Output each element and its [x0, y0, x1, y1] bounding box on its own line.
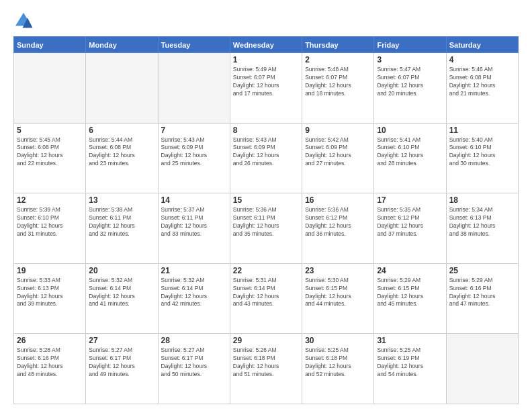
logo [13, 11, 36, 31]
day-info: Sunrise: 5:28 AM Sunset: 6:16 PM Dayligh… [17, 347, 83, 379]
calendar-cell: 24Sunrise: 5:29 AM Sunset: 6:15 PM Dayli… [374, 263, 446, 334]
day-info: Sunrise: 5:41 AM Sunset: 6:10 PM Dayligh… [377, 136, 443, 169]
day-number: 4 [449, 55, 515, 64]
week-row-0: 1Sunrise: 5:49 AM Sunset: 6:07 PM Daylig… [14, 53, 519, 124]
day-info: Sunrise: 5:29 AM Sunset: 6:15 PM Dayligh… [377, 277, 443, 309]
calendar-cell: 12Sunrise: 5:39 AM Sunset: 6:10 PM Dayli… [14, 193, 86, 264]
calendar-cell: 21Sunrise: 5:32 AM Sunset: 6:14 PM Dayli… [158, 263, 230, 334]
calendar-cell: 3Sunrise: 5:47 AM Sunset: 6:07 PM Daylig… [374, 53, 446, 124]
day-number: 21 [161, 266, 227, 275]
calendar-cell: 10Sunrise: 5:41 AM Sunset: 6:10 PM Dayli… [374, 123, 446, 193]
calendar-cell: 9Sunrise: 5:42 AM Sunset: 6:09 PM Daylig… [302, 123, 374, 193]
day-info: Sunrise: 5:43 AM Sunset: 6:09 PM Dayligh… [233, 136, 299, 169]
day-number: 17 [377, 195, 443, 205]
weekday-header-thursday: Thursday [302, 37, 374, 53]
header [13, 11, 519, 31]
week-row-1: 5Sunrise: 5:45 AM Sunset: 6:08 PM Daylig… [14, 123, 519, 193]
day-number: 1 [233, 55, 299, 64]
day-number: 8 [233, 126, 299, 135]
calendar-cell: 27Sunrise: 5:27 AM Sunset: 6:17 PM Dayli… [86, 334, 158, 404]
week-row-2: 12Sunrise: 5:39 AM Sunset: 6:10 PM Dayli… [14, 193, 519, 264]
day-number: 25 [449, 266, 515, 275]
calendar-cell: 29Sunrise: 5:26 AM Sunset: 6:18 PM Dayli… [230, 334, 302, 404]
calendar-cell [446, 334, 518, 404]
day-number: 16 [305, 195, 371, 205]
calendar-cell: 31Sunrise: 5:25 AM Sunset: 6:19 PM Dayli… [374, 334, 446, 404]
day-number: 14 [161, 195, 227, 205]
calendar-cell: 2Sunrise: 5:48 AM Sunset: 6:07 PM Daylig… [302, 53, 374, 124]
calendar-cell: 1Sunrise: 5:49 AM Sunset: 6:07 PM Daylig… [230, 53, 302, 124]
weekday-header-monday: Monday [86, 37, 158, 53]
calendar-cell [14, 53, 86, 124]
day-info: Sunrise: 5:32 AM Sunset: 6:14 PM Dayligh… [89, 277, 154, 309]
day-info: Sunrise: 5:33 AM Sunset: 6:13 PM Dayligh… [17, 277, 83, 309]
calendar-cell: 15Sunrise: 5:36 AM Sunset: 6:11 PM Dayli… [230, 193, 302, 264]
day-info: Sunrise: 5:40 AM Sunset: 6:10 PM Dayligh… [449, 136, 515, 169]
calendar-cell: 5Sunrise: 5:45 AM Sunset: 6:08 PM Daylig… [14, 123, 86, 193]
day-number: 5 [17, 126, 83, 135]
calendar-cell: 8Sunrise: 5:43 AM Sunset: 6:09 PM Daylig… [230, 123, 302, 193]
calendar-cell: 7Sunrise: 5:43 AM Sunset: 6:09 PM Daylig… [158, 123, 230, 193]
logo-icon [13, 11, 34, 31]
day-number: 15 [233, 195, 299, 205]
day-number: 31 [377, 336, 443, 345]
day-number: 23 [305, 266, 371, 275]
weekday-header-sunday: Sunday [14, 37, 86, 53]
day-info: Sunrise: 5:31 AM Sunset: 6:14 PM Dayligh… [233, 277, 299, 309]
weekday-header-saturday: Saturday [446, 37, 518, 53]
day-info: Sunrise: 5:25 AM Sunset: 6:19 PM Dayligh… [377, 347, 443, 379]
day-info: Sunrise: 5:42 AM Sunset: 6:09 PM Dayligh… [305, 136, 371, 169]
day-number: 2 [305, 55, 371, 64]
day-info: Sunrise: 5:29 AM Sunset: 6:16 PM Dayligh… [449, 277, 515, 309]
calendar-cell: 17Sunrise: 5:35 AM Sunset: 6:12 PM Dayli… [374, 193, 446, 264]
day-info: Sunrise: 5:34 AM Sunset: 6:13 PM Dayligh… [449, 206, 515, 238]
weekday-header-friday: Friday [374, 37, 446, 53]
day-info: Sunrise: 5:30 AM Sunset: 6:15 PM Dayligh… [305, 277, 371, 309]
day-number: 9 [305, 126, 371, 135]
calendar-cell: 30Sunrise: 5:25 AM Sunset: 6:18 PM Dayli… [302, 334, 374, 404]
day-number: 7 [161, 126, 227, 135]
calendar-cell [158, 53, 230, 124]
day-info: Sunrise: 5:36 AM Sunset: 6:12 PM Dayligh… [305, 206, 371, 238]
day-info: Sunrise: 5:35 AM Sunset: 6:12 PM Dayligh… [377, 206, 443, 238]
weekday-header-tuesday: Tuesday [158, 37, 230, 53]
calendar-cell: 26Sunrise: 5:28 AM Sunset: 6:16 PM Dayli… [14, 334, 86, 404]
day-number: 6 [89, 126, 154, 135]
calendar-cell: 11Sunrise: 5:40 AM Sunset: 6:10 PM Dayli… [446, 123, 518, 193]
day-number: 11 [449, 126, 515, 135]
day-number: 22 [233, 266, 299, 275]
day-info: Sunrise: 5:46 AM Sunset: 6:08 PM Dayligh… [449, 66, 515, 98]
weekday-header-row: SundayMondayTuesdayWednesdayThursdayFrid… [14, 37, 519, 53]
calendar-cell: 23Sunrise: 5:30 AM Sunset: 6:15 PM Dayli… [302, 263, 374, 334]
day-info: Sunrise: 5:37 AM Sunset: 6:11 PM Dayligh… [161, 206, 227, 238]
day-number: 18 [449, 195, 515, 205]
calendar-table: SundayMondayTuesdayWednesdayThursdayFrid… [13, 36, 519, 404]
weekday-header-wednesday: Wednesday [230, 37, 302, 53]
day-info: Sunrise: 5:32 AM Sunset: 6:14 PM Dayligh… [161, 277, 227, 309]
page: SundayMondayTuesdayWednesdayThursdayFrid… [0, 0, 532, 411]
day-number: 3 [377, 55, 443, 64]
calendar-cell: 4Sunrise: 5:46 AM Sunset: 6:08 PM Daylig… [446, 53, 518, 124]
day-number: 24 [377, 266, 443, 275]
day-info: Sunrise: 5:47 AM Sunset: 6:07 PM Dayligh… [377, 66, 443, 98]
day-number: 29 [233, 336, 299, 345]
calendar-cell: 28Sunrise: 5:27 AM Sunset: 6:17 PM Dayli… [158, 334, 230, 404]
day-number: 30 [305, 336, 371, 345]
day-info: Sunrise: 5:27 AM Sunset: 6:17 PM Dayligh… [161, 347, 227, 379]
calendar-cell: 14Sunrise: 5:37 AM Sunset: 6:11 PM Dayli… [158, 193, 230, 264]
day-number: 27 [89, 336, 154, 345]
day-number: 28 [161, 336, 227, 345]
day-info: Sunrise: 5:45 AM Sunset: 6:08 PM Dayligh… [17, 136, 83, 169]
day-number: 12 [17, 195, 83, 205]
day-info: Sunrise: 5:26 AM Sunset: 6:18 PM Dayligh… [233, 347, 299, 379]
day-info: Sunrise: 5:48 AM Sunset: 6:07 PM Dayligh… [305, 66, 371, 98]
day-number: 13 [89, 195, 154, 205]
calendar-cell [86, 53, 158, 124]
calendar-cell: 16Sunrise: 5:36 AM Sunset: 6:12 PM Dayli… [302, 193, 374, 264]
day-info: Sunrise: 5:49 AM Sunset: 6:07 PM Dayligh… [233, 66, 299, 98]
calendar-cell: 19Sunrise: 5:33 AM Sunset: 6:13 PM Dayli… [14, 263, 86, 334]
day-info: Sunrise: 5:39 AM Sunset: 6:10 PM Dayligh… [17, 206, 83, 238]
day-info: Sunrise: 5:38 AM Sunset: 6:11 PM Dayligh… [89, 206, 154, 238]
day-info: Sunrise: 5:44 AM Sunset: 6:08 PM Dayligh… [89, 136, 154, 169]
day-number: 10 [377, 126, 443, 135]
